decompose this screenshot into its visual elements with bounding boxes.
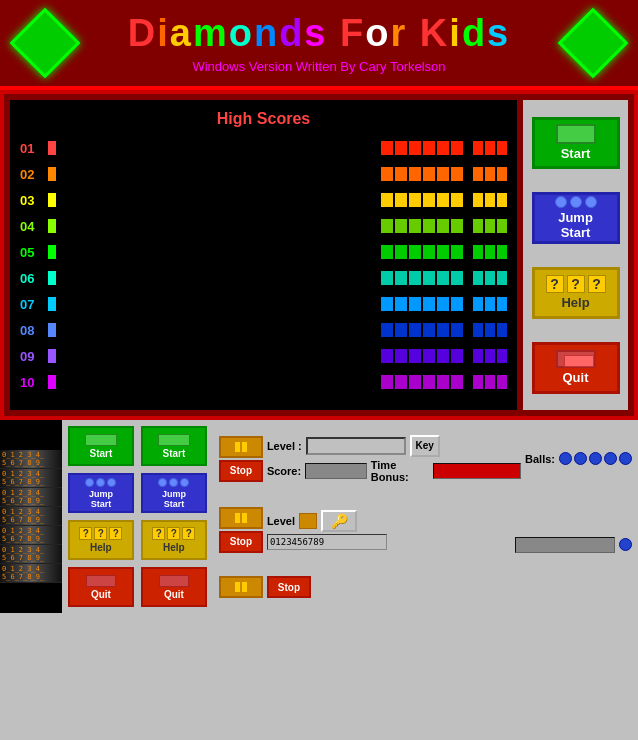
score-indicator-10 xyxy=(48,375,56,389)
score-blocks-1 xyxy=(381,141,463,155)
mini-start-icon-2 xyxy=(158,434,190,446)
ball-3 xyxy=(589,452,602,465)
icon-row-5: 0̲1̲2̲3̲4̲ 5̲6̲7̲8̲9̲ xyxy=(0,526,62,545)
score-num-8: 08 xyxy=(20,323,48,338)
mini-start-button-1[interactable]: Start xyxy=(68,426,134,466)
mini-help-icon-2: ? ? ? xyxy=(152,527,195,540)
icon-row-7: 0̲1̲2̲3̲4̲ 5̲6̲7̲8̲9̲ xyxy=(0,564,62,583)
score-num-9: 09 xyxy=(20,349,48,364)
jump-start-button[interactable]: Jump Start xyxy=(532,192,620,244)
score-mini-7 xyxy=(473,297,507,311)
score-mini-3 xyxy=(473,193,507,207)
quit-button[interactable]: Quit xyxy=(532,342,620,394)
high-scores-title: High Scores xyxy=(20,110,507,128)
time-bonus-bar xyxy=(433,463,521,479)
balls-display xyxy=(559,452,632,465)
mini-quit-button-1[interactable]: Quit xyxy=(68,567,134,607)
start-button[interactable]: Start xyxy=(532,117,620,169)
app-subtitle: Windows Version Written By Cary Torkelso… xyxy=(192,59,445,74)
bottom-area: 0̲1̲2̲3̲4̲ 5̲6̲7̲8̲9̲ 0̲1̲2̲3̲4̲ 5̲6̲7̲8… xyxy=(0,420,638,613)
score-blocks-3 xyxy=(381,193,463,207)
right-sidebar: Start Jump Start ? ? ? Help Quit xyxy=(523,100,628,410)
pause-button-2[interactable] xyxy=(219,507,263,529)
icon-strip: 0̲1̲2̲3̲4̲ 5̲6̲7̲8̲9̲ 0̲1̲2̲3̲4̲ 5̲6̲7̲8… xyxy=(0,420,62,613)
score-blocks-9 xyxy=(381,349,463,363)
mini-help-button-2[interactable]: ? ? ? Help xyxy=(141,520,207,560)
score-indicator-3 xyxy=(48,193,56,207)
score-mini-1 xyxy=(473,141,507,155)
mini-help-button-1[interactable]: ? ? ? Help xyxy=(68,520,134,560)
pause-stop-group-2: Stop xyxy=(219,507,263,553)
mini-jump-icon-1 xyxy=(85,478,116,487)
score-row: 06 xyxy=(20,266,507,290)
score-blocks-7 xyxy=(381,297,463,311)
score-num-1: 01 xyxy=(20,141,48,156)
pause-button-3[interactable] xyxy=(219,576,263,598)
score-blocks-8 xyxy=(381,323,463,337)
app-title: Diamonds For Kids xyxy=(128,12,510,55)
score-indicator-9 xyxy=(48,349,56,363)
key-button-2[interactable]: 🔑 xyxy=(321,510,357,532)
balls-group: Balls: xyxy=(525,452,632,465)
stop-button-3[interactable]: Stop xyxy=(267,576,311,598)
key-button-1[interactable]: Key xyxy=(410,435,440,457)
extra-bar-group xyxy=(515,537,632,553)
extra-display-bar xyxy=(515,537,615,553)
app-banner: Diamonds For Kids Windows Version Writte… xyxy=(0,0,638,90)
icon-row-1: 0̲1̲2̲3̲4̲ 5̲6̲7̲8̲9̲ xyxy=(0,450,62,469)
score-indicator-1 xyxy=(48,141,56,155)
level-input[interactable] xyxy=(306,437,406,455)
score-blocks-4 xyxy=(381,219,463,233)
stop-button-2[interactable]: Stop xyxy=(219,531,263,553)
mini-jump-button-1[interactable]: Jump Start xyxy=(68,473,134,513)
level-row-2: Level 🔑 xyxy=(267,510,387,532)
mini-start-button-2[interactable]: Start xyxy=(141,426,207,466)
score-display xyxy=(305,463,367,479)
score-row: 01 xyxy=(20,136,507,160)
mini-quit-button-2[interactable]: Quit xyxy=(141,567,207,607)
help-button[interactable]: ? ? ? Help xyxy=(532,267,620,319)
score-blocks-2 xyxy=(381,167,463,181)
level-score-group: Level : Key Score: Time Bonus: xyxy=(267,435,521,483)
ball-1 xyxy=(559,452,572,465)
score-blocks-5 xyxy=(381,245,463,259)
mini-button-grid: Start Start Jump Start Jump Start xyxy=(62,420,213,613)
level-row: Level : Key xyxy=(267,435,440,457)
score-row: 02 xyxy=(20,162,507,186)
mini-jump-button-2[interactable]: Jump Start xyxy=(141,473,207,513)
score-indicator-4 xyxy=(48,219,56,233)
ball-5 xyxy=(619,452,632,465)
score-row: 08 xyxy=(20,318,507,342)
score-mini-4 xyxy=(473,219,507,233)
score-indicator-7 xyxy=(48,297,56,311)
diamond-right-icon xyxy=(568,18,618,68)
score-mini-10 xyxy=(473,375,507,389)
mini-jump-icon-2 xyxy=(158,478,189,487)
score-num-7: 07 xyxy=(20,297,48,312)
score-row: 09 xyxy=(20,344,507,368)
score-mini-2 xyxy=(473,167,507,181)
score-row: 03 xyxy=(20,188,507,212)
mini-quit-icon-1 xyxy=(86,575,116,587)
score-blocks-10 xyxy=(381,375,463,389)
level-numbers: 0123456789 xyxy=(267,534,387,550)
score-mini-5 xyxy=(473,245,507,259)
score-row: 04 xyxy=(20,214,507,238)
score-num-2: 02 xyxy=(20,167,48,182)
score-indicator-2 xyxy=(48,167,56,181)
stop-button-1[interactable]: Stop xyxy=(219,460,263,482)
ball-4 xyxy=(604,452,617,465)
mini-help-icon-1: ? ? ? xyxy=(79,527,122,540)
score-mini-8 xyxy=(473,323,507,337)
icon-row-4: 0̲1̲2̲3̲4̲ 5̲6̲7̲8̲9̲ xyxy=(0,507,62,526)
control-row-1: Stop Level : Key Score: Time Bonus: Ball… xyxy=(219,435,632,483)
level-label: Level : xyxy=(267,440,302,452)
score-num-10: 10 xyxy=(20,375,48,390)
control-row-2: Stop Level 🔑 0123456789 xyxy=(219,507,632,553)
pause-button-1[interactable] xyxy=(219,436,263,458)
balls-label: Balls: xyxy=(525,453,555,465)
pause-stop-group-1: Stop xyxy=(219,436,263,482)
quit-icon xyxy=(556,350,596,368)
icon-row-3: 0̲1̲2̲3̲4̲ 5̲6̲7̲8̲9̲ xyxy=(0,488,62,507)
score-mini-9 xyxy=(473,349,507,363)
